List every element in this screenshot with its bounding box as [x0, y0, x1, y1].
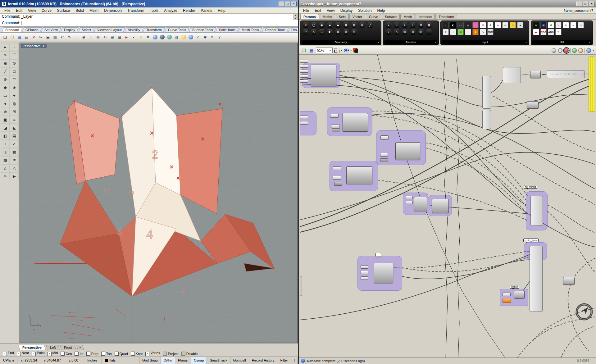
rhino-menu-item[interactable]: File: [2, 8, 13, 13]
colour-wheel-icon[interactable]: ◉: [495, 22, 501, 28]
join-tool-icon[interactable]: ◫: [1, 148, 10, 156]
surface-tool-icon[interactable]: ◆: [1, 84, 10, 91]
gh-param[interactable]: [380, 158, 388, 162]
curve-tool-icon[interactable]: ✎: [1, 51, 10, 59]
viewport-menu-chevron-icon[interactable]: ▼: [42, 45, 45, 48]
input-group-label[interactable]: Input: [442, 40, 528, 44]
gh-category-tab[interactable]: Vector: [349, 14, 365, 19]
osnap-checkbox[interactable]: Quad: [115, 352, 128, 356]
osnap-checkbox[interactable]: Point: [32, 351, 44, 356]
osnap-checkbox[interactable]: Tan: [101, 352, 112, 356]
osnap-checkbox[interactable]: Cen: [61, 352, 72, 356]
data-recorder-icon[interactable]: REC: [540, 29, 547, 35]
paste-icon[interactable]: ▥: [52, 34, 58, 40]
gh-component[interactable]: [514, 291, 525, 298]
section-tool-icon[interactable]: ▤: [10, 132, 19, 140]
toolbar-tab[interactable]: Surface Tools: [189, 27, 216, 32]
close-button[interactable]: ✕: [291, 2, 297, 6]
gh-param-stub[interactable]: [300, 60, 308, 63]
toolbar-tab[interactable]: Visibility: [125, 27, 143, 32]
new-viewport-tab[interactable]: +: [76, 345, 84, 350]
clock-icon[interactable]: ◔: [465, 29, 471, 35]
spiral-param-icon[interactable]: ◎: [351, 29, 357, 35]
graph-mapper-icon[interactable]: ∿: [480, 29, 486, 35]
yellow-panel-bar[interactable]: [589, 57, 595, 112]
toolbar-tab[interactable]: Curve Tools: [165, 27, 189, 32]
primitive-group-label[interactable]: Primitive: [384, 40, 437, 44]
gh-param-stub[interactable]: [300, 75, 308, 78]
gh-param[interactable]: [332, 128, 340, 132]
import-3dm-icon[interactable]: 3DM: [487, 29, 494, 35]
osnap-checkbox[interactable]: Project: [163, 352, 178, 356]
rhino-menu-item[interactable]: Dimension: [101, 8, 125, 13]
gh-category-tab[interactable]: Maths: [320, 14, 335, 19]
gh-panel[interactable]: [482, 110, 491, 129]
gh-param-stub[interactable]: [300, 65, 308, 68]
project-tool-icon[interactable]: ⊥: [1, 140, 10, 148]
osnap-checkbox[interactable]: Mid: [48, 351, 58, 356]
center-frame-tag[interactable]: center_frame: [523, 239, 539, 242]
toolbar-tab[interactable]: Select: [78, 27, 94, 32]
torus-tool-icon[interactable]: ◍: [10, 100, 19, 107]
gh-component[interactable]: [395, 142, 420, 160]
perspective-viewport[interactable]: Perspective ▼: [20, 43, 298, 343]
gradient-bar-icon[interactable]: ▮: [563, 22, 569, 28]
toolbar-tab[interactable]: Dra: [288, 27, 298, 32]
lamp-icon[interactable]: ☀: [138, 34, 144, 40]
twisted-box-param-icon[interactable]: ▨: [343, 29, 349, 35]
gh-param[interactable]: [334, 182, 342, 186]
toolbar-tab[interactable]: Standard: [2, 27, 22, 32]
copy-icon[interactable]: ▣: [45, 34, 51, 40]
comment-bubble-icon[interactable]: [375, 253, 381, 257]
osnap-checkbox[interactable]: Int: [75, 352, 83, 356]
open-document-icon[interactable]: ❐: [301, 48, 307, 53]
gh-category-tab[interactable]: Params: [300, 14, 319, 19]
chart-icon[interactable]: ▥: [540, 22, 547, 28]
canvas-scrollbar-fragment[interactable]: [300, 276, 302, 296]
rhino-titlebar[interactable]: R form8 010.3dm (103699 KB) - Rhinoceros…: [0, 0, 298, 7]
arc-tool-icon[interactable]: ⌒: [10, 51, 19, 59]
rectangle-param-icon[interactable]: ◧: [326, 29, 333, 35]
command-scrollbar[interactable]: ▲▼: [293, 14, 298, 20]
offset-tool-icon[interactable]: ⊖: [1, 75, 10, 83]
shader-param-icon[interactable]: ▨: [401, 29, 408, 35]
extrude-tool-icon[interactable]: +: [10, 92, 19, 99]
osnap-checkbox[interactable]: Vertex: [145, 351, 160, 356]
redo-icon[interactable]: ↷: [66, 34, 73, 40]
rectangle-tool-icon[interactable]: □: [10, 67, 19, 75]
viewport-canvas[interactable]: 2 4 4 ♡ ♡ 2: [20, 43, 298, 343]
osnap-checkbox[interactable]: Perp: [86, 352, 98, 356]
button-icon[interactable]: ▭: [457, 22, 464, 28]
rhino-menu-item[interactable]: Help: [215, 8, 228, 13]
gh-menu-item[interactable]: Help: [375, 8, 388, 13]
earth-sphere-icon[interactable]: [167, 35, 172, 39]
fillet-tool-icon[interactable]: ◠: [10, 75, 19, 83]
grid-options-icon[interactable]: ▦: [116, 34, 123, 40]
viewport-title[interactable]: Perspective ▼: [21, 44, 47, 48]
rhino-menu-item[interactable]: Surface: [54, 8, 73, 13]
array-tool-icon[interactable]: ▦: [10, 148, 19, 156]
number-param-icon[interactable]: ⊕: [409, 29, 416, 35]
box-param-icon[interactable]: ◆: [334, 22, 341, 28]
car-render-icon[interactable]: ►: [123, 34, 130, 40]
pour-icon[interactable]: ▼: [472, 29, 479, 35]
boolean-split-icon[interactable]: ⊞: [10, 108, 19, 116]
status-toggle[interactable]: Record History: [249, 357, 278, 364]
osnap-checkbox[interactable]: Knot: [131, 352, 143, 356]
only-draw-selected-icon[interactable]: [572, 48, 577, 53]
document-preview-icon[interactable]: [578, 48, 583, 53]
gh-param[interactable]: [333, 176, 341, 180]
rhino-menu-item[interactable]: Render: [180, 8, 198, 13]
minimize-button[interactable]: –: [576, 2, 582, 6]
save-document-icon[interactable]: ▦: [308, 48, 314, 53]
gh-component[interactable]: [346, 166, 372, 184]
cplane-button[interactable]: CPlane: [0, 357, 17, 364]
colour-param-icon[interactable]: ✦: [401, 22, 408, 28]
mesh-tool-icon[interactable]: ◢: [1, 124, 10, 132]
guid-param-icon[interactable]: ID: [417, 29, 424, 35]
contour-tool-icon[interactable]: ≡: [10, 116, 19, 124]
calendar-icon[interactable]: 20: [480, 22, 486, 28]
format-panel[interactable]: Format("{0:0.00}", x): [547, 70, 585, 78]
rhino-menu-item[interactable]: Panels: [198, 8, 215, 13]
gh-param[interactable]: [331, 124, 339, 128]
